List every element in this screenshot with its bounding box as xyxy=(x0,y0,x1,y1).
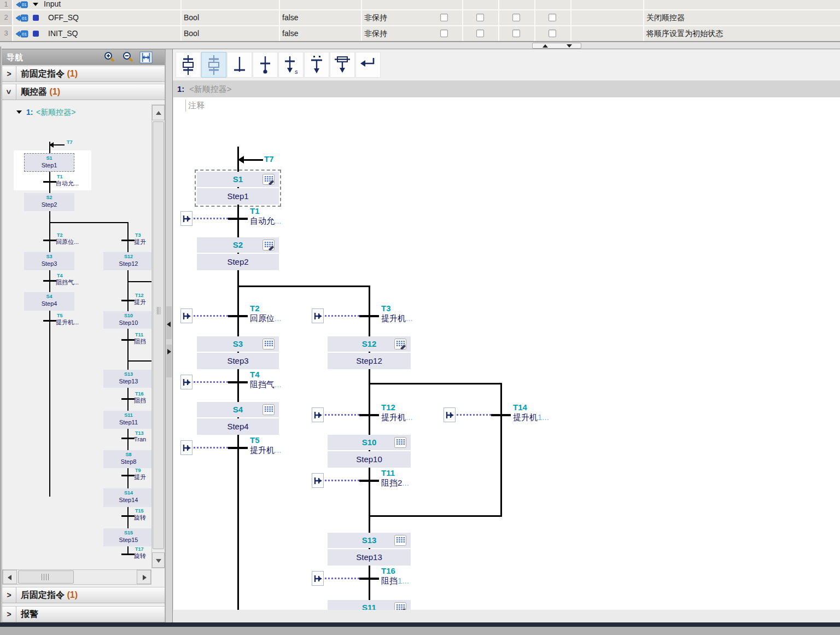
section-post-instructions[interactable]: > 后固定指令 (1) xyxy=(2,587,165,603)
collapse-arrow-icon[interactable] xyxy=(33,3,38,6)
vertical-splitter[interactable] xyxy=(165,49,173,622)
checkbox[interactable] xyxy=(476,14,484,21)
minimap-step[interactable]: S10Step10 xyxy=(103,311,152,329)
minimap-transition[interactable]: T13Tran xyxy=(115,431,152,446)
minimap-transition[interactable]: T17旋转 xyxy=(115,547,152,562)
param-comment[interactable]: 关闭顺控器 xyxy=(646,10,685,25)
contact-icon[interactable] xyxy=(180,440,192,455)
minimap-transition[interactable]: T9提升 xyxy=(115,468,152,483)
transition-t1[interactable]: T1 自动允... xyxy=(180,207,334,234)
minimap-step[interactable]: S4Step4 xyxy=(24,292,74,311)
collapse-arrow[interactable]: > xyxy=(2,66,16,81)
checkbox[interactable] xyxy=(476,30,484,37)
transition-t2[interactable]: T2 回原位... xyxy=(180,305,334,331)
contact-icon[interactable] xyxy=(312,407,324,422)
minimap-hscrollbar[interactable] xyxy=(2,569,151,585)
transition-t4[interactable]: T4 阻挡气... xyxy=(180,371,334,397)
minimap-step[interactable]: S14Step14 xyxy=(103,488,152,507)
minimap-transition[interactable]: T16阻挡 xyxy=(115,392,152,407)
transition-t3[interactable]: T3 提升机... xyxy=(312,305,465,331)
contact-icon[interactable] xyxy=(180,211,192,226)
step-actions-icon[interactable] xyxy=(394,437,406,448)
minimap-transition[interactable]: T11阻挡 xyxy=(115,333,152,348)
section-pre-instructions[interactable]: > 前固定指令 (1) xyxy=(2,66,165,82)
zoom-out-icon[interactable] xyxy=(122,51,135,63)
expand-arrow[interactable]: > xyxy=(2,84,16,100)
param-default[interactable]: false xyxy=(282,10,299,25)
step-actions-icon[interactable] xyxy=(262,240,275,250)
param-retain[interactable]: 非保持 xyxy=(364,26,387,40)
sequence-minimap[interactable]: T7 S1Step1 S2Step2 S3Step3 S12Step12 S4S… xyxy=(2,120,152,569)
step-s2[interactable]: S2 Step2 xyxy=(197,237,279,270)
contact-icon[interactable] xyxy=(312,473,324,488)
step-actions-icon[interactable] xyxy=(262,404,275,415)
minimap-transition[interactable]: T2回原位... xyxy=(37,233,97,248)
param-name[interactable]: INIT_SQ xyxy=(48,26,78,40)
checkbox[interactable] xyxy=(512,14,520,21)
step-s11[interactable]: S11 xyxy=(328,600,411,610)
zoom-in-icon[interactable] xyxy=(103,51,116,63)
contact-icon[interactable] xyxy=(312,308,324,323)
splitter-up-icon[interactable] xyxy=(542,44,548,48)
table-row[interactable]: 2 01 OFF_SQ Bool false 非保持 关闭顺控器 xyxy=(0,10,840,25)
minimap-transition[interactable]: T15旋转 xyxy=(115,509,152,524)
step-s10[interactable]: S10 Step10 xyxy=(328,435,411,468)
checkbox[interactable] xyxy=(549,14,556,21)
minimap-step[interactable]: S11Step11 xyxy=(103,411,152,429)
transition-t16[interactable]: T16 阻挡1... xyxy=(312,567,465,593)
checkbox[interactable] xyxy=(440,14,448,21)
checkbox[interactable] xyxy=(549,30,556,37)
minimap-step[interactable]: S2Step2 xyxy=(24,193,74,211)
minimap-step[interactable]: S13Step13 xyxy=(103,370,152,388)
close-branch-button[interactable] xyxy=(330,52,355,78)
param-retain[interactable]: 非保持 xyxy=(364,10,387,25)
minimap-step[interactable]: S8Step8 xyxy=(103,450,152,468)
param-comment[interactable]: 将顺序设置为初始状态 xyxy=(646,26,723,40)
tree-item-sequencer[interactable]: 1: <新顺控器> xyxy=(2,104,150,120)
scroll-right-button[interactable] xyxy=(137,570,151,584)
insert-step-transition-button[interactable] xyxy=(176,52,201,78)
insert-jump-to-step-button[interactable]: s xyxy=(278,52,304,78)
minimap-transition[interactable]: T12提升 xyxy=(115,293,152,308)
contact-icon[interactable] xyxy=(180,308,192,323)
splitter-down-icon[interactable] xyxy=(567,44,572,48)
contact-icon[interactable] xyxy=(180,375,192,389)
close-sequence-button[interactable] xyxy=(355,52,381,78)
insert-transition-button[interactable] xyxy=(227,52,252,78)
hscroll-thumb[interactable] xyxy=(18,570,74,584)
step-s3[interactable]: S3 Step3 xyxy=(197,336,279,369)
sequence-canvas[interactable]: 注释 T7 S1 Step1 S2 Step2 S3 Step3 xyxy=(173,97,840,610)
minimap-step[interactable]: S3Step3 xyxy=(24,252,74,270)
minimap-step[interactable]: S12Step12 xyxy=(103,252,152,270)
transition-label[interactable]: T7 xyxy=(264,154,274,164)
step-s13[interactable]: S13 Step13 xyxy=(328,533,411,566)
step-s4[interactable]: S4 Step4 xyxy=(197,402,279,435)
step-s12[interactable]: S12 Step12 xyxy=(328,336,411,369)
collapse-right-icon[interactable] xyxy=(167,349,171,354)
collapse-arrow[interactable]: > xyxy=(2,607,16,622)
tree-expand-icon[interactable] xyxy=(16,110,22,114)
transition-t5[interactable]: T5 提升机... xyxy=(180,436,334,463)
step-actions-icon[interactable] xyxy=(394,602,406,610)
checkbox[interactable] xyxy=(512,30,520,37)
param-name[interactable]: OFF_SQ xyxy=(48,10,79,25)
table-row[interactable]: 3 01 INIT_SQ Bool false 非保持 将顺序设置为初始状态 xyxy=(0,26,840,41)
minimap-transition[interactable]: T3提升 xyxy=(115,233,152,248)
contact-icon[interactable] xyxy=(444,407,456,422)
section-sequencer[interactable]: > 顺控器 (1) xyxy=(2,84,165,100)
minimap-vscrollbar[interactable] xyxy=(151,104,165,568)
horizontal-splitter[interactable] xyxy=(0,41,840,49)
checkbox[interactable] xyxy=(440,30,448,37)
open-alternative-branch-button[interactable] xyxy=(304,52,329,78)
minimap-transition[interactable]: T4阻挡气... xyxy=(37,273,97,289)
param-type[interactable]: Bool xyxy=(184,26,199,40)
minimap-step[interactable]: S1Step1 xyxy=(24,153,74,172)
insert-sequence-end-button[interactable] xyxy=(253,52,278,78)
sequence-comment-field[interactable]: 注释 xyxy=(185,100,205,112)
contact-icon[interactable] xyxy=(312,571,324,586)
collapse-arrow[interactable]: > xyxy=(2,587,16,603)
table-row[interactable]: 1 01 Input xyxy=(0,0,840,9)
scroll-down-button[interactable] xyxy=(152,552,165,568)
transition-t11[interactable]: T11 阻挡2... xyxy=(312,469,465,496)
step-actions-icon[interactable] xyxy=(262,174,275,185)
